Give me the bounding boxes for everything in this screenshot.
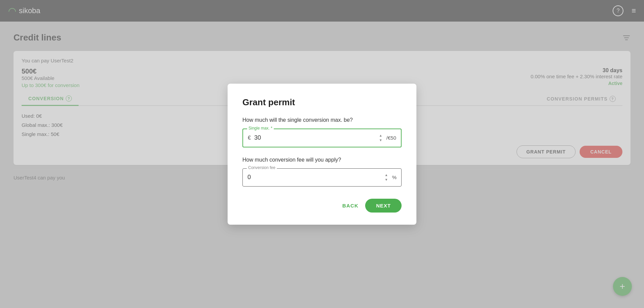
back-button[interactable]: BACK (342, 203, 358, 208)
fee-spinner-down[interactable]: ▼ (383, 177, 389, 182)
modal-question-2: How much conversion fee will you apply? (242, 157, 402, 163)
modal: Grant permit How much will the single co… (228, 84, 416, 225)
conversion-fee-field[interactable] (247, 174, 381, 181)
modal-overlay: Grant permit How much will the single co… (0, 0, 644, 308)
single-max-input-inner: € ▲ ▼ /€50 (243, 129, 401, 147)
euro-prefix: € (248, 135, 251, 141)
fee-spinner-up[interactable]: ▲ (383, 173, 389, 177)
conversion-fee-input-inner: ▲ ▼ % (243, 169, 401, 186)
modal-title: Grant permit (242, 97, 402, 108)
conversion-fee-input-group: Conversion fee ▲ ▼ % (242, 168, 402, 187)
spinner-up[interactable]: ▲ (378, 133, 384, 138)
single-max-field[interactable] (254, 134, 375, 141)
single-max-suffix: /€50 (386, 135, 396, 141)
conversion-fee-spinner: ▲ ▼ (383, 173, 389, 182)
conversion-fee-label: Conversion fee (247, 165, 277, 170)
single-max-label: Single max. * (247, 126, 274, 131)
single-max-spinner: ▲ ▼ (378, 133, 384, 143)
spinner-down[interactable]: ▼ (378, 138, 384, 143)
next-button[interactable]: NEXT (365, 199, 402, 213)
conversion-fee-suffix: % (392, 174, 397, 180)
modal-question-1: How much will the single conversion max.… (242, 117, 402, 123)
single-max-input-group: Single max. * € ▲ ▼ /€50 (242, 129, 402, 147)
modal-footer: BACK NEXT (242, 199, 402, 213)
